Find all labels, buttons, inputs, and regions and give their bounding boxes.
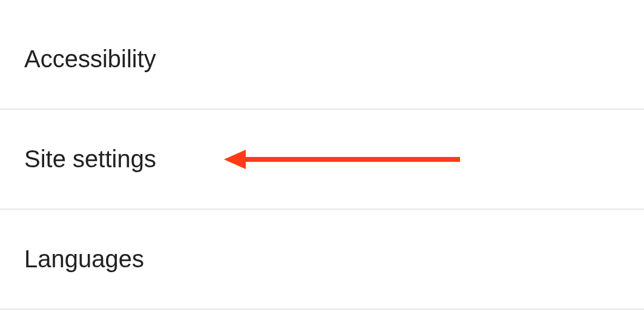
- settings-item-label: Accessibility: [24, 45, 156, 73]
- settings-item-label: Site settings: [24, 145, 156, 173]
- settings-list: Accessibility Site settings Languages: [0, 10, 644, 310]
- annotation-arrow-icon: [224, 147, 466, 172]
- settings-item-label: Languages: [24, 245, 144, 273]
- settings-item-languages[interactable]: Languages: [0, 210, 644, 310]
- settings-item-accessibility[interactable]: Accessibility: [0, 10, 644, 110]
- settings-item-site-settings[interactable]: Site settings: [0, 110, 644, 210]
- svg-marker-1: [224, 150, 246, 169]
